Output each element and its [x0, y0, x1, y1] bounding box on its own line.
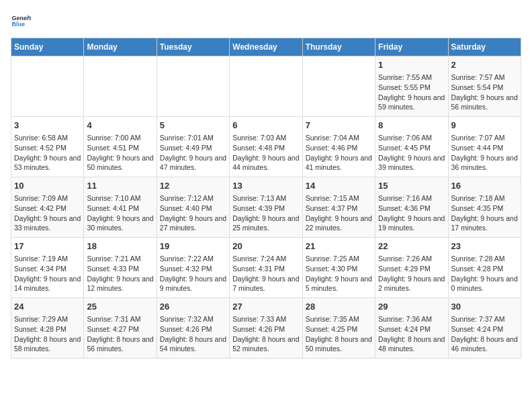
day-number: 28 [306, 301, 372, 313]
calendar-cell: 3Sunrise: 6:58 AMSunset: 4:52 PMDaylight… [11, 117, 84, 177]
calendar-cell: 4Sunrise: 7:00 AMSunset: 4:51 PMDaylight… [84, 117, 157, 177]
calendar-week-2: 3Sunrise: 6:58 AMSunset: 4:52 PMDaylight… [11, 117, 521, 177]
day-info: Sunrise: 7:09 AMSunset: 4:42 PMDaylight:… [14, 193, 81, 233]
calendar-cell: 17Sunrise: 7:19 AMSunset: 4:34 PMDayligh… [11, 238, 84, 298]
day-number: 7 [306, 120, 372, 132]
calendar-cell [11, 56, 84, 117]
day-number: 22 [378, 240, 445, 253]
day-info: Sunrise: 7:19 AMSunset: 4:34 PMDaylight:… [14, 254, 81, 293]
calendar-cell [302, 56, 375, 117]
weekday-header-tuesday: Tuesday [157, 38, 229, 56]
day-info: Sunrise: 7:29 AMSunset: 4:28 PMDaylight:… [14, 314, 81, 354]
day-info: Sunrise: 7:00 AMSunset: 4:51 PMDaylight:… [87, 133, 153, 173]
day-info: Sunrise: 7:06 AMSunset: 4:45 PMDaylight:… [378, 133, 445, 173]
calendar-cell [230, 56, 302, 117]
day-info: Sunrise: 7:36 AMSunset: 4:24 PMDaylight:… [378, 314, 445, 354]
day-info: Sunrise: 7:12 AMSunset: 4:40 PMDaylight:… [160, 193, 226, 233]
calendar-cell: 15Sunrise: 7:16 AMSunset: 4:36 PMDayligh… [375, 177, 448, 238]
day-info: Sunrise: 7:55 AMSunset: 5:55 PMDaylight:… [378, 73, 445, 112]
calendar-cell: 12Sunrise: 7:12 AMSunset: 4:40 PMDayligh… [157, 177, 229, 238]
calendar-week-5: 24Sunrise: 7:29 AMSunset: 4:28 PMDayligh… [11, 298, 521, 359]
day-info: Sunrise: 7:33 AMSunset: 4:26 PMDaylight:… [232, 314, 299, 354]
weekday-header-wednesday: Wednesday [230, 38, 302, 56]
day-info: Sunrise: 7:18 AMSunset: 4:35 PMDaylight:… [451, 193, 518, 233]
calendar-week-3: 10Sunrise: 7:09 AMSunset: 4:42 PMDayligh… [11, 177, 521, 238]
calendar-cell: 9Sunrise: 7:07 AMSunset: 4:44 PMDaylight… [448, 117, 521, 177]
calendar-cell: 7Sunrise: 7:04 AMSunset: 4:46 PMDaylight… [302, 117, 375, 177]
day-info: Sunrise: 7:13 AMSunset: 4:39 PMDaylight:… [232, 193, 299, 233]
day-number: 25 [87, 301, 153, 313]
calendar-cell: 24Sunrise: 7:29 AMSunset: 4:28 PMDayligh… [11, 298, 84, 359]
weekday-header-saturday: Saturday [448, 38, 521, 56]
day-number: 24 [14, 301, 81, 313]
day-number: 8 [378, 120, 445, 132]
day-info: Sunrise: 7:26 AMSunset: 4:29 PMDaylight:… [378, 254, 445, 293]
calendar-cell: 2Sunrise: 7:57 AMSunset: 5:54 PMDaylight… [448, 56, 521, 117]
day-number: 19 [160, 240, 226, 253]
page-header: General Blue [11, 11, 521, 31]
day-number: 23 [451, 240, 518, 253]
calendar-header: SundayMondayTuesdayWednesdayThursdayFrid… [11, 38, 521, 56]
day-info: Sunrise: 7:01 AMSunset: 4:49 PMDaylight:… [160, 133, 226, 173]
day-number: 21 [306, 240, 372, 253]
day-info: Sunrise: 7:07 AMSunset: 4:44 PMDaylight:… [451, 133, 518, 173]
day-number: 13 [232, 180, 299, 192]
day-info: Sunrise: 6:58 AMSunset: 4:52 PMDaylight:… [14, 133, 81, 173]
day-number: 27 [232, 301, 299, 313]
calendar-table: SundayMondayTuesdayWednesdayThursdayFrid… [11, 38, 521, 359]
day-number: 4 [87, 120, 153, 132]
weekday-header-row: SundayMondayTuesdayWednesdayThursdayFrid… [11, 38, 521, 56]
calendar-cell: 8Sunrise: 7:06 AMSunset: 4:45 PMDaylight… [375, 117, 448, 177]
day-number: 16 [451, 180, 518, 192]
calendar-cell: 11Sunrise: 7:10 AMSunset: 4:41 PMDayligh… [84, 177, 157, 238]
day-info: Sunrise: 7:24 AMSunset: 4:31 PMDaylight:… [232, 254, 299, 293]
weekday-header-sunday: Sunday [11, 38, 84, 56]
weekday-header-thursday: Thursday [302, 38, 375, 56]
calendar-cell: 25Sunrise: 7:31 AMSunset: 4:27 PMDayligh… [84, 298, 157, 359]
calendar-cell [84, 56, 157, 117]
calendar-cell: 21Sunrise: 7:25 AMSunset: 4:30 PMDayligh… [302, 238, 375, 298]
day-info: Sunrise: 7:57 AMSunset: 5:54 PMDaylight:… [451, 73, 518, 112]
day-number: 14 [306, 180, 372, 192]
day-number: 20 [232, 240, 299, 253]
calendar-cell: 5Sunrise: 7:01 AMSunset: 4:49 PMDaylight… [157, 117, 229, 177]
day-info: Sunrise: 7:21 AMSunset: 4:33 PMDaylight:… [87, 254, 153, 293]
calendar-cell: 27Sunrise: 7:33 AMSunset: 4:26 PMDayligh… [230, 298, 302, 359]
calendar-body: 1Sunrise: 7:55 AMSunset: 5:55 PMDaylight… [11, 56, 521, 359]
day-number: 12 [160, 180, 226, 192]
day-number: 3 [14, 120, 81, 132]
day-number: 2 [451, 59, 518, 71]
calendar-cell: 26Sunrise: 7:32 AMSunset: 4:26 PMDayligh… [157, 298, 229, 359]
day-number: 5 [160, 120, 226, 132]
calendar-cell: 6Sunrise: 7:03 AMSunset: 4:48 PMDaylight… [230, 117, 302, 177]
day-info: Sunrise: 7:03 AMSunset: 4:48 PMDaylight:… [232, 133, 299, 173]
day-info: Sunrise: 7:10 AMSunset: 4:41 PMDaylight:… [87, 193, 153, 233]
day-number: 1 [378, 59, 445, 71]
calendar-cell: 19Sunrise: 7:22 AMSunset: 4:32 PMDayligh… [157, 238, 229, 298]
calendar-cell [157, 56, 229, 117]
day-info: Sunrise: 7:28 AMSunset: 4:28 PMDaylight:… [451, 254, 518, 293]
calendar-week-1: 1Sunrise: 7:55 AMSunset: 5:55 PMDaylight… [11, 56, 521, 117]
calendar-cell: 13Sunrise: 7:13 AMSunset: 4:39 PMDayligh… [230, 177, 302, 238]
day-info: Sunrise: 7:22 AMSunset: 4:32 PMDaylight:… [160, 254, 226, 293]
day-number: 9 [451, 120, 518, 132]
day-number: 29 [378, 301, 445, 313]
calendar-cell: 18Sunrise: 7:21 AMSunset: 4:33 PMDayligh… [84, 238, 157, 298]
calendar-cell: 1Sunrise: 7:55 AMSunset: 5:55 PMDaylight… [375, 56, 448, 117]
day-info: Sunrise: 7:32 AMSunset: 4:26 PMDaylight:… [160, 314, 226, 354]
day-number: 30 [451, 301, 518, 313]
day-number: 18 [87, 240, 153, 253]
calendar-cell: 22Sunrise: 7:26 AMSunset: 4:29 PMDayligh… [375, 238, 448, 298]
day-info: Sunrise: 7:31 AMSunset: 4:27 PMDaylight:… [87, 314, 153, 354]
calendar-cell: 29Sunrise: 7:36 AMSunset: 4:24 PMDayligh… [375, 298, 448, 359]
calendar-cell: 23Sunrise: 7:28 AMSunset: 4:28 PMDayligh… [448, 238, 521, 298]
weekday-header-friday: Friday [375, 38, 448, 56]
day-number: 17 [14, 240, 81, 253]
day-info: Sunrise: 7:35 AMSunset: 4:25 PMDaylight:… [306, 314, 372, 354]
weekday-header-monday: Monday [84, 38, 157, 56]
svg-text:Blue: Blue [12, 21, 26, 28]
logo-icon: General Blue [11, 11, 31, 31]
calendar-cell: 10Sunrise: 7:09 AMSunset: 4:42 PMDayligh… [11, 177, 84, 238]
logo: General Blue [11, 11, 31, 31]
day-number: 15 [378, 180, 445, 192]
